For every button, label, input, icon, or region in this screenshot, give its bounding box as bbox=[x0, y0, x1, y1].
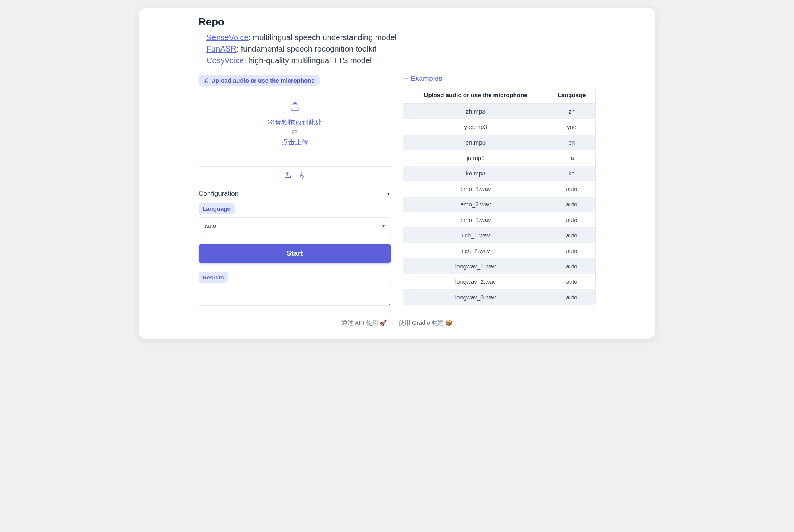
example-file-cell: en.mp3 bbox=[403, 135, 548, 150]
example-file-cell: emo_2.wav bbox=[403, 197, 548, 212]
example-lang-cell: auto bbox=[548, 274, 595, 289]
table-row[interactable]: ko.mp3ko bbox=[403, 166, 595, 181]
example-lang-cell: auto bbox=[548, 197, 595, 212]
repo-item-funasr: FunASR: fundamental speech recognition t… bbox=[206, 44, 596, 54]
example-lang-cell: auto bbox=[548, 243, 595, 258]
examples-header-row: Upload audio or use the microphone Langu… bbox=[403, 87, 595, 104]
table-row[interactable]: longwav_3.wavauto bbox=[403, 289, 595, 305]
example-file-cell: ko.mp3 bbox=[403, 166, 548, 181]
example-file-cell: ja.mp3 bbox=[403, 150, 548, 166]
example-file-cell: rich_2.wav bbox=[403, 243, 548, 258]
audio-controls bbox=[198, 172, 391, 180]
example-file-cell: longwav_2.wav bbox=[403, 274, 548, 289]
footer-api-link[interactable]: 通过 API 使用 🚀 bbox=[341, 319, 389, 326]
example-lang-cell: en bbox=[548, 135, 595, 150]
upload-icon bbox=[202, 101, 387, 113]
audio-divider bbox=[198, 166, 391, 167]
repo-link-sensevoice[interactable]: SenseVoice bbox=[206, 33, 249, 42]
footer-separator: · bbox=[392, 319, 393, 326]
example-lang-cell: auto bbox=[548, 258, 595, 274]
right-column: Examples Upload audio or use the microph… bbox=[403, 75, 596, 307]
examples-header: Examples bbox=[403, 75, 596, 83]
results-label: Results bbox=[198, 272, 228, 283]
svg-point-0 bbox=[204, 81, 206, 83]
example-lang-cell: auto bbox=[548, 212, 595, 227]
main-grid: Upload audio or use the microphone 将音频拖放… bbox=[198, 75, 596, 307]
examples-table: Upload audio or use the microphone Langu… bbox=[403, 87, 596, 305]
left-column: Upload audio or use the microphone 将音频拖放… bbox=[198, 75, 391, 307]
examples-title: Examples bbox=[411, 75, 442, 83]
language-label: Language bbox=[198, 203, 235, 214]
upload-drop-text: 将音频拖放到此处 bbox=[202, 118, 387, 127]
table-row[interactable]: ja.mp3ja bbox=[403, 150, 595, 166]
footer: 通过 API 使用 🚀 · 使用 Gradio 构建 📦 bbox=[198, 319, 596, 327]
example-file-cell: zh.mp3 bbox=[403, 104, 548, 119]
start-button[interactable]: Start bbox=[198, 244, 391, 263]
example-file-cell: emo_1.wav bbox=[403, 181, 548, 197]
repo-link-cosyvoice[interactable]: CosyVoice bbox=[206, 56, 244, 65]
music-icon bbox=[203, 78, 209, 83]
example-lang-cell: auto bbox=[548, 227, 595, 243]
language-select[interactable]: auto bbox=[198, 217, 391, 234]
table-row[interactable]: emo_3.wavauto bbox=[403, 212, 595, 227]
example-file-cell: longwav_3.wav bbox=[403, 289, 548, 305]
gradio-icon: 📦 bbox=[445, 319, 453, 326]
content: Repo SenseVoice: multilingual speech und… bbox=[198, 16, 596, 327]
upload-or-text: - 或 - bbox=[202, 129, 387, 136]
table-row[interactable]: rich_2.wavauto bbox=[403, 243, 595, 258]
example-lang-cell: zh bbox=[548, 104, 595, 119]
configuration-header[interactable]: Configuration ▼ bbox=[198, 190, 391, 198]
upload-dropzone[interactable]: 将音频拖放到此处 - 或 - 点击上传 bbox=[198, 89, 391, 154]
repo-item-cosyvoice: CosyVoice: high-quality multilingual TTS… bbox=[206, 56, 596, 65]
upload-click-text: 点击上传 bbox=[202, 137, 387, 146]
table-row[interactable]: emo_2.wavauto bbox=[403, 197, 595, 212]
chevron-down-icon: ▼ bbox=[386, 191, 391, 197]
rocket-icon: 🚀 bbox=[380, 319, 387, 326]
upload-small-icon[interactable] bbox=[284, 172, 291, 180]
table-row[interactable]: emo_1.wavauto bbox=[403, 181, 595, 197]
example-lang-cell: auto bbox=[548, 289, 595, 305]
results-textarea[interactable] bbox=[198, 286, 391, 306]
repo-heading: Repo bbox=[198, 16, 596, 28]
example-lang-cell: auto bbox=[548, 181, 595, 197]
repo-link-funasr[interactable]: FunASR bbox=[206, 44, 237, 53]
app-card: Repo SenseVoice: multilingual speech und… bbox=[139, 8, 655, 339]
repo-desc: : multilingual speech understanding mode… bbox=[249, 33, 397, 42]
example-file-cell: longwav_1.wav bbox=[403, 258, 548, 274]
repo-item-sensevoice: SenseVoice: multilingual speech understa… bbox=[206, 33, 596, 42]
upload-badge-text: Upload audio or use the microphone bbox=[211, 77, 315, 84]
repo-desc: : fundamental speech recognition toolkit bbox=[237, 44, 376, 53]
configuration-title: Configuration bbox=[198, 190, 239, 198]
example-file-cell: yue.mp3 bbox=[403, 119, 548, 135]
footer-gradio-link[interactable]: 使用 Gradio 构建 📦 bbox=[399, 319, 453, 326]
language-select-wrap: auto ▼ bbox=[198, 217, 391, 234]
microphone-icon[interactable] bbox=[299, 172, 306, 180]
table-row[interactable]: en.mp3en bbox=[403, 135, 595, 150]
upload-badge: Upload audio or use the microphone bbox=[198, 75, 320, 86]
repo-list: SenseVoice: multilingual speech understa… bbox=[198, 33, 596, 65]
example-file-cell: emo_3.wav bbox=[403, 212, 548, 227]
examples-col-lang: Language bbox=[548, 87, 595, 104]
table-row[interactable]: rich_1.wavauto bbox=[403, 227, 595, 243]
table-row[interactable]: zh.mp3zh bbox=[403, 104, 595, 119]
example-lang-cell: ja bbox=[548, 150, 595, 166]
table-row[interactable]: longwav_1.wavauto bbox=[403, 258, 595, 274]
table-row[interactable]: yue.mp3yue bbox=[403, 119, 595, 135]
svg-point-1 bbox=[207, 81, 208, 82]
example-file-cell: rich_1.wav bbox=[403, 227, 548, 243]
example-lang-cell: ko bbox=[548, 166, 595, 181]
repo-desc: : high-quality multilingual TTS model bbox=[244, 56, 372, 65]
list-icon bbox=[403, 76, 409, 81]
examples-col-file: Upload audio or use the microphone bbox=[403, 87, 548, 104]
table-row[interactable]: longwav_2.wavauto bbox=[403, 274, 595, 289]
example-lang-cell: yue bbox=[548, 119, 595, 135]
